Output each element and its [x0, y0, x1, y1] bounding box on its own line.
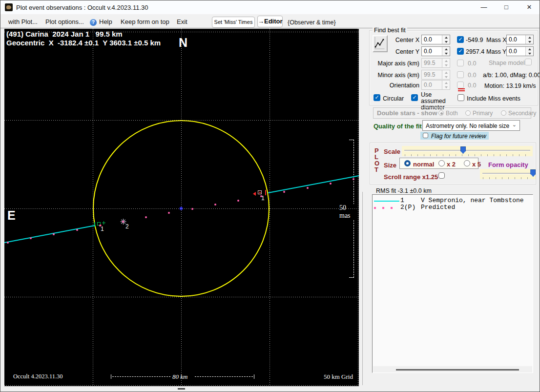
- legend-hscrollbar-thumb[interactable]: [396, 369, 519, 371]
- panel-divider: [362, 192, 363, 385]
- help-icon[interactable]: ?: [90, 19, 97, 26]
- minimize-icon[interactable]: —: [473, 0, 495, 14]
- circular-label: Circular: [383, 95, 404, 102]
- quality-of-fit-select[interactable]: Astrometry only. No reliable size ⌄: [422, 120, 520, 131]
- menu-keep-on-top[interactable]: Keep form on top: [121, 18, 169, 25]
- double-stars-label: Double stars - show: [377, 109, 437, 117]
- chord1-egress-arrow: [253, 192, 256, 196]
- predicted-event-core-dot: [122, 221, 124, 223]
- editor-button[interactable]: →Editor: [257, 16, 283, 27]
- size-normal-radio[interactable]: [404, 160, 411, 166]
- legend-listbox[interactable]: 1 V Sempronio, near Tombstone 2(P) Predi…: [372, 194, 533, 373]
- plot-letter-t: T: [374, 166, 378, 173]
- include-miss-events-checkbox[interactable]: [457, 94, 464, 101]
- quality-selected-value: Astrometry only. No reliable size: [426, 123, 509, 129]
- chevron-down-icon: ⌄: [512, 122, 517, 128]
- menu-plot-options[interactable]: Plot options...: [45, 18, 84, 25]
- scalebar-left-end: [111, 374, 111, 379]
- predicted-path-dot: [283, 191, 285, 193]
- predicted-path-dot: [330, 183, 332, 185]
- form-opacity-slider-thumb[interactable]: [530, 169, 536, 177]
- scale-slider[interactable]: [402, 146, 533, 156]
- size-x2-radio[interactable]: [438, 160, 445, 166]
- minor-axis-checkbox: [457, 71, 464, 78]
- legend-item-desc: V Sempronio, near Tombstone: [421, 197, 524, 204]
- scroll-range-label: Scroll range x1.25: [384, 173, 438, 181]
- predicted-path-dot: [237, 200, 239, 202]
- close-icon[interactable]: ✕: [519, 0, 540, 14]
- orientation-spinner[interactable]: 0.0: [421, 80, 450, 90]
- menu-with-plot[interactable]: with Plot...: [8, 18, 38, 25]
- spin-up-icon: [442, 35, 450, 40]
- legend-item-num: 2(P): [400, 204, 415, 211]
- size-x5-radio[interactable]: [464, 160, 470, 166]
- grid-line-horizontal: [4, 385, 359, 386]
- minor-axis-spinner[interactable]: 99.5: [421, 70, 450, 80]
- quality-of-fit-label: Quality of the fit: [374, 123, 422, 130]
- grid-line-horizontal: [4, 120, 359, 121]
- predicted-path-dot: [53, 233, 55, 235]
- center-x-label: Center X: [380, 37, 419, 43]
- flag-review-checkbox[interactable]: [423, 133, 428, 138]
- grid-line-vertical: [270, 29, 270, 386]
- center-y-label: Center Y: [380, 48, 419, 55]
- fit-y-checkbox[interactable]: [457, 48, 464, 55]
- size-x2-label: x 2: [447, 161, 456, 168]
- chord1-ingress-cross: [102, 221, 105, 225]
- predicted-path-dot: [30, 237, 32, 239]
- observed-chord-line: [268, 175, 359, 193]
- menu-exit[interactable]: Exit: [177, 18, 187, 25]
- legend-hscrollbar[interactable]: [373, 366, 532, 372]
- red-marker-line: [458, 88, 465, 89]
- app-window: Plot event observations : Occult v.4.202…: [0, 0, 540, 392]
- grid-line-horizontal: [4, 297, 359, 297]
- spin-up-icon: [442, 59, 450, 63]
- scroll-range-checkbox[interactable]: [438, 172, 445, 179]
- center-y-spinner[interactable]: 0.0: [421, 46, 450, 56]
- app-icon: [5, 3, 13, 11]
- plot-header-line1: (491) Carina 2024 Jan 1 99.5 km: [6, 30, 123, 38]
- scalebar-dash-left: [112, 376, 170, 377]
- spin-up-icon: [442, 47, 450, 51]
- predicted-path-dot: [214, 204, 216, 206]
- major-axis-spinner[interactable]: 99.5: [421, 58, 450, 68]
- center-x-spinner[interactable]: 0.0: [421, 35, 450, 44]
- spin-down-icon: [442, 51, 450, 56]
- minor-axis-label: Minor axis (km): [370, 72, 419, 79]
- size-normal-label: normal: [413, 161, 434, 168]
- spin-down-icon: [442, 63, 450, 67]
- form-opacity-slider[interactable]: [480, 169, 536, 179]
- mass-y-spinner[interactable]: 0.0: [506, 46, 534, 56]
- spin-down-icon: [526, 51, 533, 56]
- set-miss-times-button[interactable]: Set 'Miss' Times: [212, 17, 255, 28]
- menu-help[interactable]: Help: [99, 18, 112, 25]
- plot-header-line2: Geocentric X -3182.4 ±0.1 Y 3603.1 ±0.5 …: [6, 39, 161, 47]
- orientation-check-value: 0.0: [468, 82, 476, 89]
- fit-x-value: -549.9: [466, 37, 483, 43]
- find-best-fit-label: Find best fit: [373, 27, 407, 34]
- minor-axis-check-value: 0.0: [468, 72, 476, 79]
- bottom-scroll-thumb[interactable]: [178, 388, 185, 390]
- spin-down-icon: [442, 40, 450, 44]
- motion-label: Motion: 13.19 km/s: [484, 83, 536, 89]
- fit-x-checkbox[interactable]: [457, 36, 464, 43]
- legend-pink-dots-swatch: [374, 207, 396, 209]
- north-label: N: [179, 36, 187, 50]
- plot-area[interactable]: (491) Carina 2024 Jan 1 99.5 km Geocentr…: [4, 29, 359, 386]
- spin-down-icon: [442, 85, 450, 89]
- scale-slider-thumb[interactable]: [460, 146, 466, 154]
- circular-checkbox[interactable]: [374, 94, 380, 101]
- spin-down-icon: [442, 75, 450, 79]
- maximize-icon[interactable]: □: [496, 0, 517, 14]
- use-assumed-diameter-checkbox[interactable]: [411, 94, 418, 101]
- mass-y-label: Mass Y: [486, 48, 506, 55]
- size-label: Size: [384, 162, 396, 169]
- mass-x-spinner[interactable]: 0.0: [506, 35, 534, 44]
- spin-up-icon: [442, 81, 450, 85]
- spin-up-icon: [526, 47, 533, 51]
- predicted-path-dot: [7, 242, 9, 244]
- scale-label: Scale: [384, 148, 400, 155]
- spin-up-icon: [442, 70, 450, 75]
- ab-dmag-label: a/b: 1.00, dMag: 0.00: [483, 72, 540, 79]
- observed-chord-line: [4, 225, 95, 243]
